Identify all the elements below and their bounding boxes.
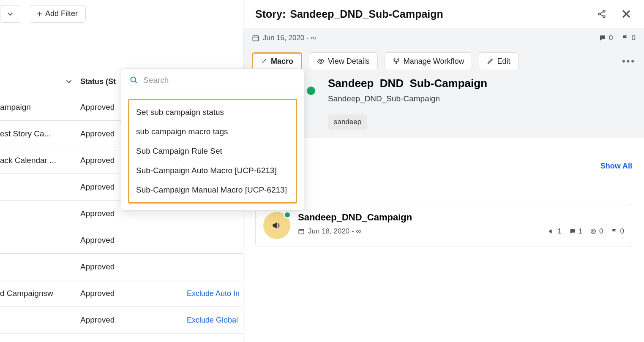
share-icon[interactable] <box>596 8 608 20</box>
megaphone-icon <box>548 228 555 235</box>
entity-name: Sandeep_DND_Sub-Campaign <box>328 77 636 90</box>
flag-count-value: 0 <box>632 34 636 42</box>
table-row[interactable]: ApprovedExclude Global <box>0 307 243 334</box>
macro-search-input[interactable] <box>143 76 295 85</box>
macro-option[interactable]: Set sub campaign status <box>129 103 296 122</box>
stat-comments: 1 <box>569 227 582 236</box>
add-filter-button[interactable]: Add Filter <box>29 5 86 23</box>
stat-flag: 0 <box>611 227 624 236</box>
col-header-1 <box>0 76 74 87</box>
macro-button[interactable]: Macro <box>252 52 302 70</box>
header-actions <box>596 8 632 20</box>
add-filter-label: Add Filter <box>45 9 78 18</box>
svg-point-9 <box>591 229 596 234</box>
table-row[interactable]: d CampaignswApprovedExclude Auto In <box>0 280 243 307</box>
cell-name: est Story Ca... <box>0 129 74 138</box>
show-all-link[interactable]: Show All <box>600 162 632 171</box>
campaign-card[interactable]: Sandeep_DND_Campaign Jun 18, 2020 - ∞ 1 … <box>255 204 632 247</box>
chevron-down-icon[interactable] <box>63 76 74 87</box>
status-dot-icon <box>307 87 315 95</box>
filter-row: Add Filter <box>0 0 243 27</box>
calendar-icon <box>298 228 305 235</box>
svg-rect-3 <box>253 36 259 41</box>
campaign-avatar <box>263 212 290 239</box>
macro-option[interactable]: Sub-Campaign Auto Macro [UCP-6213] <box>129 161 296 180</box>
cell-status: Approved <box>74 289 183 298</box>
entity-subtitle: Sandeep_DND_Sub-Campaign <box>328 94 636 103</box>
svg-point-11 <box>131 77 136 82</box>
svg-point-10 <box>592 231 594 232</box>
comment-icon <box>599 34 606 42</box>
edit-button[interactable]: Edit <box>479 52 518 70</box>
macro-option[interactable]: Sub-Campaign Manual Macro [UCP-6213] <box>129 180 296 200</box>
filter-dropdown[interactable] <box>0 5 20 23</box>
table-row[interactable]: Approved <box>0 227 243 254</box>
svg-point-7 <box>396 62 397 64</box>
target-icon <box>590 228 597 235</box>
svg-point-6 <box>398 59 399 60</box>
svg-point-4 <box>320 60 322 62</box>
detail-title: Story: Sandeep_DND_Sub-Campaign <box>255 8 443 20</box>
macro-popover: Set sub campaign statussub campaign macr… <box>121 68 304 211</box>
pencil-icon <box>487 58 494 65</box>
flag-icon <box>611 228 618 235</box>
view-details-label: View Details <box>328 57 370 66</box>
campaign-date: Jun 18, 2020 - ∞ <box>298 227 361 236</box>
manage-workflow-button[interactable]: Manage Workflow <box>385 52 472 70</box>
table-row[interactable]: Approved <box>0 254 243 280</box>
cell-name: ampaign <box>0 103 74 112</box>
workflow-icon <box>393 57 400 65</box>
magic-icon <box>261 58 267 65</box>
edit-label: Edit <box>497 57 510 66</box>
campaign-meta: Sandeep_DND_Campaign Jun 18, 2020 - ∞ 1 … <box>298 212 624 236</box>
cell-status: Approved <box>74 315 183 325</box>
flag-icon <box>622 34 629 42</box>
chevron-down-icon <box>7 11 13 17</box>
cell-name: ack Calendar ... <box>0 156 74 165</box>
megaphone-icon <box>271 220 282 231</box>
macro-search <box>121 69 304 92</box>
search-icon <box>130 76 138 84</box>
svg-rect-8 <box>299 229 304 234</box>
campaign-stats: 1 1 0 0 <box>548 227 624 236</box>
comment-count-value: 0 <box>609 34 613 42</box>
stat-megaphone: 1 <box>548 227 561 236</box>
close-icon[interactable] <box>620 8 632 20</box>
status-dot-icon <box>284 211 291 219</box>
workflow-label: Manage Workflow <box>404 57 464 66</box>
detail-counts: 0 0 <box>599 34 636 42</box>
macro-label: Macro <box>271 57 293 66</box>
campaign-title: Sandeep_DND_Campaign <box>298 212 624 223</box>
detail-date-text: Jun 16, 2020 - ∞ <box>263 34 316 42</box>
macro-option[interactable]: sub campaign macro tags <box>129 122 296 141</box>
detail-date: Jun 16, 2020 - ∞ <box>252 34 316 42</box>
cell-status: Approved <box>74 262 183 271</box>
detail-header: Story: Sandeep_DND_Sub-Campaign <box>243 0 644 28</box>
campaign-date-text: Jun 18, 2020 - ∞ <box>308 227 361 236</box>
cell-link[interactable]: Exclude Auto In <box>183 289 243 298</box>
detail-title-prefix: Story: <box>255 8 286 20</box>
eye-icon <box>317 57 325 65</box>
cell-name: d Campaignsw <box>0 289 74 298</box>
plus-icon <box>37 11 43 17</box>
cell-link[interactable]: Exclude Global <box>183 316 243 325</box>
detail-title-name: Sandeep_DND_Sub-Campaign <box>290 8 443 20</box>
macro-list: Set sub campaign statussub campaign macr… <box>128 99 297 204</box>
comment-count[interactable]: 0 <box>599 34 613 42</box>
campaign-heading: Campaign <box>255 187 632 197</box>
svg-point-5 <box>394 59 395 60</box>
macro-option[interactable]: Sub Campaign Rule Set <box>129 141 296 161</box>
cell-status: Approved <box>74 236 183 245</box>
calendar-icon <box>252 34 259 42</box>
comment-icon <box>569 228 576 235</box>
stat-target: 0 <box>590 227 603 236</box>
status-header-text: Status (St <box>80 77 116 86</box>
detail-subheader: Jun 16, 2020 - ∞ 0 0 <box>243 28 644 48</box>
view-details-button[interactable]: View Details <box>309 52 378 70</box>
tag-chip[interactable]: sandeep <box>328 114 367 130</box>
more-options-button[interactable]: ••• <box>622 56 636 67</box>
flag-count[interactable]: 0 <box>622 34 636 42</box>
